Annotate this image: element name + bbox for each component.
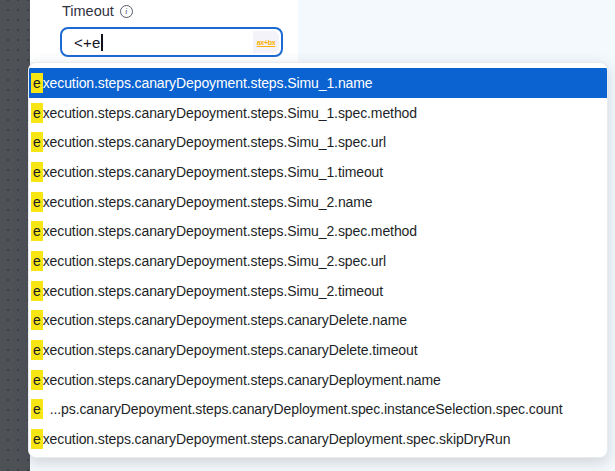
suggestion-text: xecution.steps.canaryDepoyment.steps.Sim… [43,164,383,180]
expression-suggestions-dropdown: execution.steps.canaryDepoyment.steps.Si… [28,62,608,458]
suggestion-text: xecution.steps.canaryDepoyment.steps.Sim… [43,105,417,121]
suggestion-item[interactable]: execution.steps.canaryDepoyment.steps.Si… [29,68,607,98]
text-cursor [101,34,103,51]
match-highlight: e [31,73,43,93]
suggestion-item[interactable]: execution.steps.canaryDepoyment.steps.Si… [29,157,607,187]
match-highlight: e [31,310,43,330]
suggestion-text: xecution.steps.canaryDepoyment.steps.can… [43,342,418,358]
suggestion-text: xecution.steps.canaryDepoyment.steps.Sim… [43,75,373,91]
expression-mode-badge[interactable]: ax+bx [253,31,279,53]
match-highlight: e [31,221,43,241]
pipeline-canvas-background [0,0,30,471]
suggestion-item[interactable]: execution.steps.canaryDepoyment.steps.Si… [29,216,607,246]
match-highlight: e [31,192,43,212]
suggestion-item[interactable]: execution.steps.canaryDepoyment.steps.Si… [29,246,607,276]
suggestion-item[interactable]: execution.steps.canaryDepoyment.steps.Si… [29,98,607,128]
match-highlight: e [31,370,43,390]
match-highlight: e [31,429,43,449]
suggestion-item[interactable]: execution.steps.canaryDepoyment.steps.Si… [29,276,607,306]
suggestion-text: xecution.steps.canaryDepoyment.steps.can… [43,431,511,447]
suggestion-item[interactable]: execution.steps.canaryDepoyment.steps.ca… [29,365,607,395]
match-highlight: e [31,132,43,152]
timeout-label: Timeout [62,3,114,19]
match-highlight: e [31,251,43,271]
suggestion-item[interactable]: execution.steps.canaryDepoyment.steps.ca… [29,306,607,336]
timeout-field-label-row: Timeout i [62,3,133,19]
info-icon[interactable]: i [120,5,133,18]
suggestion-text: xecution.steps.canaryDepoyment.steps.Sim… [43,194,373,210]
suggestion-item[interactable]: e...ps.canaryDepoyment.steps.canaryDeplo… [29,395,607,425]
match-highlight: e [31,162,43,182]
match-highlight: e [31,399,43,419]
suggestion-text: xecution.steps.canaryDepoyment.steps.Sim… [43,283,383,299]
suggestion-item[interactable]: execution.steps.canaryDepoyment.steps.ca… [29,424,607,454]
suggestion-item[interactable]: execution.steps.canaryDepoyment.steps.Si… [29,127,607,157]
suggestion-text: xecution.steps.canaryDepoyment.steps.Sim… [43,223,417,239]
suggestion-item[interactable]: execution.steps.canaryDepoyment.steps.ca… [29,335,607,365]
suggestion-text: xecution.steps.canaryDepoyment.steps.Sim… [43,253,386,269]
timeout-input-value: <+e [74,34,100,51]
timeout-input[interactable]: <+e ax+bx [60,27,283,57]
suggestion-text: xecution.steps.canaryDepoyment.steps.can… [43,312,407,328]
suggestion-text: xecution.steps.canaryDepoyment.steps.can… [43,372,441,388]
panel-footer-background [30,458,615,471]
suggestion-text: xecution.steps.canaryDepoyment.steps.Sim… [43,134,386,150]
match-highlight: e [31,281,43,301]
match-highlight: e [31,103,43,123]
match-highlight: e [31,340,43,360]
suggestion-item[interactable]: execution.steps.canaryDepoyment.steps.Si… [29,187,607,217]
suggestion-text: ...ps.canaryDepoyment.steps.canaryDeploy… [50,401,563,417]
